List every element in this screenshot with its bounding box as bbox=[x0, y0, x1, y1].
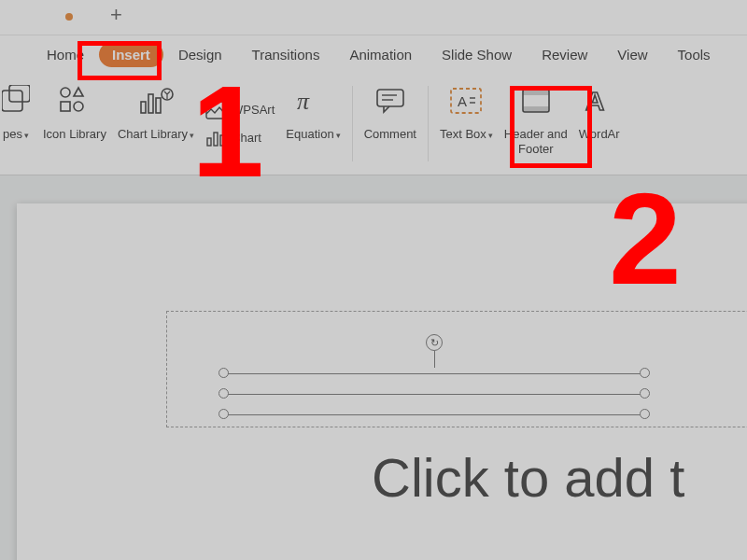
comment-label: Comment bbox=[364, 127, 416, 142]
svg-rect-24 bbox=[523, 106, 549, 112]
selection-edge bbox=[224, 414, 644, 415]
icon-library-button[interactable]: Icon Library bbox=[37, 73, 112, 175]
header-footer-label: Header and Footer bbox=[504, 127, 568, 156]
wpsart-label: WPSArt bbox=[232, 103, 275, 117]
wordart-icon: A bbox=[584, 80, 615, 121]
resize-handle[interactable] bbox=[218, 368, 229, 378]
menu-animation[interactable]: Animation bbox=[334, 41, 427, 68]
resize-handle[interactable] bbox=[640, 409, 650, 419]
svg-text:A: A bbox=[458, 93, 467, 109]
svg-rect-7 bbox=[148, 94, 153, 113]
menu-slide-show[interactable]: Slide Show bbox=[427, 41, 527, 68]
svg-rect-1 bbox=[9, 85, 30, 102]
chart-library-button[interactable]: Chart Library▾ bbox=[112, 73, 200, 175]
ribbon-mini-group: WPSArt Chart bbox=[200, 73, 280, 175]
selected-text-box[interactable]: ↻ bbox=[224, 373, 644, 420]
svg-rect-4 bbox=[61, 102, 70, 111]
selection-edge bbox=[224, 373, 644, 374]
header-footer-icon bbox=[520, 80, 552, 121]
svg-rect-15 bbox=[377, 90, 403, 106]
ribbon-separator bbox=[428, 86, 429, 161]
chevron-down-icon: ▾ bbox=[488, 131, 493, 140]
resize-handle[interactable] bbox=[218, 388, 229, 399]
icon-library-icon bbox=[58, 80, 92, 121]
shapes-button[interactable]: pes▾ bbox=[0, 73, 37, 175]
menu-tools[interactable]: Tools bbox=[663, 41, 726, 68]
svg-point-5 bbox=[74, 102, 83, 111]
comment-icon bbox=[374, 80, 406, 121]
equation-icon: π bbox=[297, 80, 329, 121]
header-footer-button[interactable]: Header and Footer bbox=[499, 73, 573, 175]
svg-rect-12 bbox=[214, 133, 218, 146]
ribbon-separator bbox=[352, 86, 353, 161]
menu-design[interactable]: Design bbox=[163, 41, 237, 68]
text-box-icon: A bbox=[447, 80, 485, 121]
svg-rect-23 bbox=[523, 90, 549, 95]
chevron-down-icon: ▾ bbox=[190, 131, 194, 140]
svg-rect-13 bbox=[220, 135, 224, 146]
rotate-handle-icon[interactable]: ↻ bbox=[426, 334, 443, 351]
slide-canvas[interactable]: ↻ Click to add t bbox=[0, 175, 747, 560]
equation-button[interactable]: π Equation▾ bbox=[280, 73, 345, 175]
comment-button[interactable]: Comment bbox=[359, 73, 422, 175]
shapes-label: pes bbox=[3, 127, 22, 141]
new-tab-button[interactable]: + bbox=[110, 3, 122, 27]
icon-library-label: Icon Library bbox=[43, 127, 106, 142]
wordart-label: WordAr bbox=[579, 127, 620, 142]
selection-edge bbox=[224, 394, 644, 395]
chevron-down-icon: ▾ bbox=[24, 131, 29, 140]
equation-label: Equation bbox=[286, 127, 333, 141]
chart-library-icon bbox=[137, 80, 175, 121]
wpsart-button[interactable]: WPSArt bbox=[205, 100, 275, 120]
chart-library-label: Chart Library bbox=[118, 127, 188, 141]
resize-handle[interactable] bbox=[640, 368, 650, 378]
chart-button[interactable]: Chart bbox=[205, 128, 275, 148]
shapes-icon bbox=[2, 80, 30, 121]
chevron-down-icon: ▾ bbox=[336, 131, 341, 140]
menu-review[interactable]: Review bbox=[527, 41, 602, 68]
svg-text:π: π bbox=[297, 88, 310, 115]
title-placeholder-text[interactable]: Click to add t bbox=[372, 446, 684, 509]
insert-ribbon: pes▾ Icon Library Chart Library▾ WPSArt … bbox=[0, 73, 747, 175]
chart-label: Chart bbox=[232, 131, 261, 145]
menu-insert[interactable]: Insert bbox=[99, 42, 163, 67]
rotate-stem bbox=[434, 351, 435, 368]
menu-transitions[interactable]: Transitions bbox=[237, 41, 335, 68]
svg-rect-6 bbox=[141, 102, 146, 113]
menu-view[interactable]: View bbox=[602, 41, 662, 68]
chart-icon bbox=[205, 128, 226, 148]
wordart-button[interactable]: A WordAr bbox=[573, 73, 620, 175]
resize-handle[interactable] bbox=[218, 409, 229, 419]
wpsart-icon bbox=[205, 100, 226, 120]
svg-point-2 bbox=[61, 88, 70, 97]
text-box-label: Text Box bbox=[440, 127, 486, 141]
svg-marker-3 bbox=[74, 88, 83, 96]
svg-rect-0 bbox=[2, 91, 22, 111]
svg-rect-8 bbox=[156, 98, 161, 113]
document-tabs: + bbox=[0, 0, 747, 35]
unsaved-indicator-icon bbox=[65, 13, 73, 21]
text-box-button[interactable]: A Text Box▾ bbox=[434, 73, 499, 175]
resize-handle[interactable] bbox=[640, 388, 650, 399]
svg-text:A: A bbox=[585, 87, 604, 116]
slide[interactable]: ↻ Click to add t bbox=[17, 203, 747, 560]
svg-rect-11 bbox=[207, 138, 211, 146]
main-menu: Home Insert Design Transitions Animation… bbox=[0, 35, 747, 73]
menu-home[interactable]: Home bbox=[32, 41, 99, 68]
